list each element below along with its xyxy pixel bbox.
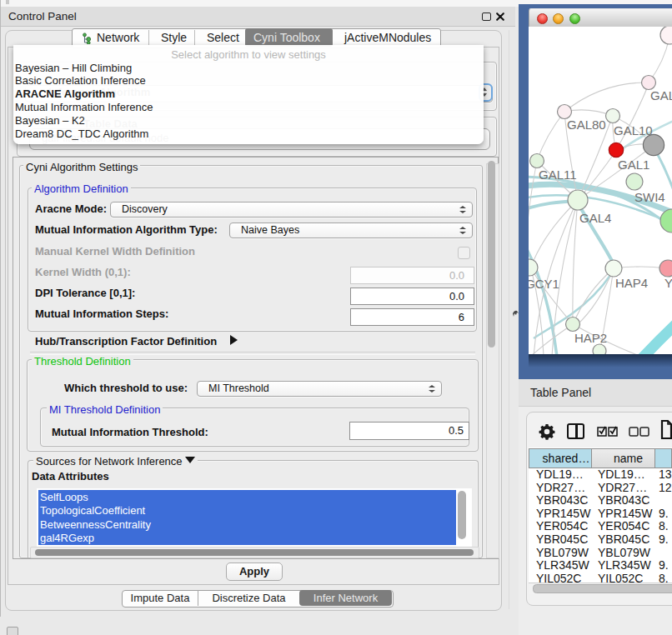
svg-text:HAP2: HAP2 (574, 331, 607, 345)
svg-text:SWI4: SWI4 (634, 190, 665, 204)
svg-text:GAL11: GAL11 (539, 168, 577, 182)
svg-text:GAL4: GAL4 (579, 211, 611, 225)
svg-text:GAL80: GAL80 (567, 118, 606, 132)
svg-text:Y: Y (664, 276, 672, 290)
svg-text:GAL1: GAL1 (618, 158, 649, 172)
svg-text:HAP4: HAP4 (615, 276, 648, 290)
svg-text:GAL: GAL (650, 88, 672, 102)
svg-text:GCY1: GCY1 (529, 277, 559, 291)
svg-text:GAL10: GAL10 (614, 123, 653, 138)
